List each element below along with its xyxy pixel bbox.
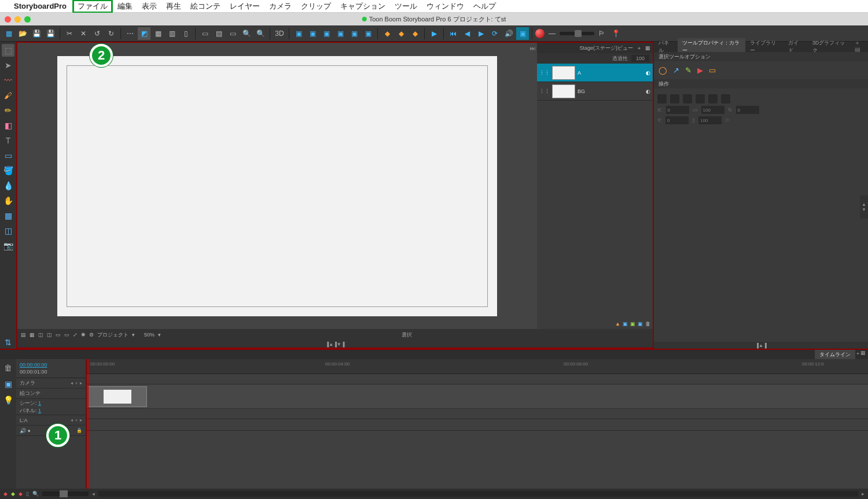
grid-tool-icon[interactable]: ▦: [2, 209, 14, 222]
camera-track[interactable]: [87, 374, 868, 385]
minimize-icon[interactable]: [14, 16, 21, 23]
arrow-opt-icon[interactable]: ↗: [673, 66, 679, 75]
camera4-button[interactable]: ▣: [334, 27, 347, 40]
fullscreen-icon[interactable]: [24, 16, 31, 23]
panel-button[interactable]: ▭: [198, 27, 211, 40]
lock-icon[interactable]: 🔒: [76, 428, 82, 433]
tl-key-icon[interactable]: ◆: [3, 491, 8, 497]
menu-caption[interactable]: キャプション: [336, 0, 390, 13]
sb-icon[interactable]: ▦: [30, 332, 35, 338]
tab-menu-icon[interactable]: ▦: [860, 350, 866, 359]
add-layer-icon[interactable]: ▲: [615, 321, 620, 328]
sb-icon[interactable]: ◫: [47, 332, 52, 338]
tl-key3-icon[interactable]: ◆: [19, 491, 23, 497]
menu-tool[interactable]: ツール: [390, 0, 422, 13]
trash-icon[interactable]: 🗑: [645, 321, 650, 328]
smooth-icon[interactable]: [721, 94, 730, 104]
text-tool-icon[interactable]: T: [2, 134, 14, 147]
traffic-lights[interactable]: [0, 14, 35, 25]
zoom-label[interactable]: 50%: [144, 332, 155, 338]
w-field[interactable]: 100: [701, 106, 724, 114]
scroll-right-icon[interactable]: ▸: [862, 491, 865, 497]
stage-view[interactable]: ⏭: [17, 43, 537, 329]
onion-button[interactable]: ◩: [138, 27, 150, 40]
redarrow-icon[interactable]: ▶: [697, 66, 703, 75]
menu-layer[interactable]: レイヤー: [225, 0, 264, 13]
save-button[interactable]: 💾: [30, 27, 43, 40]
timeline-tracks[interactable]: 00:00:00:00 00:00:04:00 00:00:08:00 00:0…: [87, 359, 868, 489]
menu-help[interactable]: ヘルプ: [469, 0, 501, 13]
zoomin-button[interactable]: 🔍: [254, 27, 267, 40]
x-field[interactable]: 0: [666, 106, 689, 114]
toggle-button[interactable]: ▣: [516, 27, 529, 40]
view-menu-icon[interactable]: ▦: [645, 45, 650, 51]
sb-icon[interactable]: ◫: [38, 332, 43, 338]
timeline-scrollbar[interactable]: [98, 491, 858, 497]
scene-button[interactable]: ▤: [212, 27, 225, 40]
loop-button[interactable]: ⟳: [488, 27, 501, 40]
prev-button[interactable]: ◀: [461, 27, 473, 40]
camera6-button[interactable]: ▣: [362, 27, 374, 40]
eraser-tool-icon[interactable]: ◧: [2, 119, 14, 132]
dots-button[interactable]: ⋯: [124, 27, 137, 40]
timeline-ruler[interactable]: 00:00:00:00 00:00:04:00 00:00:08:00 00:0…: [87, 359, 868, 374]
timecode-box[interactable]: 00:00:00:00 00:00:01:00: [16, 359, 86, 378]
layer-vis-icon[interactable]: ◐: [646, 88, 650, 94]
project-label[interactable]: プロジェクト: [97, 331, 128, 339]
brush-size-slider[interactable]: [560, 32, 594, 35]
first-button[interactable]: ⏮: [447, 27, 459, 40]
y-field[interactable]: 0: [665, 116, 689, 124]
dup-layer-icon[interactable]: ▣: [623, 321, 628, 328]
crop-tool-icon[interactable]: ◫: [2, 224, 14, 237]
brush-tool-icon[interactable]: 🖌: [2, 89, 14, 102]
dropper-tool-icon[interactable]: 💧: [2, 179, 14, 192]
arrow-tool-icon[interactable]: ➤: [2, 59, 14, 72]
tab-timeline[interactable]: タイムライン: [815, 350, 855, 359]
grid1-button[interactable]: ▦: [152, 27, 164, 40]
menu-storyboard[interactable]: 絵コンテ: [186, 0, 225, 13]
menu-window[interactable]: ウィンドウ: [422, 0, 469, 13]
tl-key2-icon[interactable]: ◆: [11, 491, 15, 497]
folder-opt-icon[interactable]: ▭: [709, 66, 716, 75]
transition-button[interactable]: ▭: [226, 27, 239, 40]
sb-icon[interactable]: ✺: [81, 332, 86, 338]
track-scene[interactable]: シーン: 1 パネル: 1: [16, 399, 86, 415]
tl-clip-icon[interactable]: ▣: [2, 378, 14, 390]
group-layer-icon[interactable]: ▣: [630, 321, 635, 328]
layer-drag-icon[interactable]: ⋮⋮: [539, 88, 550, 94]
layer-track[interactable]: [87, 409, 868, 419]
saveas-button[interactable]: 💾: [44, 27, 57, 40]
cut-button[interactable]: ✂: [63, 27, 76, 40]
flipv-icon[interactable]: [670, 94, 679, 104]
storyboard-track[interactable]: [87, 385, 868, 409]
select-tool-icon[interactable]: ⬚: [2, 44, 14, 57]
panel-divider[interactable]: ▐▲▐▼▐: [17, 341, 653, 348]
camera3-button[interactable]: ▣: [320, 27, 333, 40]
current-timecode[interactable]: 00:00:00:00: [20, 361, 82, 368]
camera1-button[interactable]: ▣: [292, 27, 305, 40]
playhead[interactable]: [88, 359, 89, 489]
layer-vis-icon[interactable]: ◐: [646, 70, 650, 76]
layer-row-a[interactable]: ⋮⋮ A ◐: [537, 64, 653, 82]
playback-button[interactable]: ▶: [475, 27, 487, 40]
open-button[interactable]: 📂: [16, 27, 29, 40]
zoomout-button[interactable]: 🔍: [240, 27, 253, 40]
menu-file[interactable]: ファイル: [72, 0, 113, 13]
tl-snap-icon[interactable]: ▯: [26, 491, 29, 497]
track-layer[interactable]: L:A ◂ ＋ ▸: [16, 415, 86, 426]
flatten-icon[interactable]: [708, 94, 718, 104]
key3-button[interactable]: ◆: [409, 27, 421, 40]
add-tab-icon[interactable]: ＋: [855, 40, 860, 46]
lasso-icon[interactable]: ◯: [659, 66, 667, 75]
grid2-button[interactable]: ▥: [165, 27, 178, 40]
record-icon[interactable]: [535, 29, 545, 38]
h-field[interactable]: 100: [698, 116, 722, 124]
sb-icon[interactable]: ⚙: [89, 332, 94, 338]
menu-view[interactable]: 表示: [137, 0, 161, 13]
slider1-button[interactable]: —: [546, 27, 558, 40]
swap-tool-icon[interactable]: ⇅: [2, 336, 14, 349]
panel-divider-right[interactable]: ▐▲▐: [654, 342, 868, 349]
rot-90-icon[interactable]: [696, 94, 705, 104]
track-camera[interactable]: カメラ ◂ ＋ ▸: [16, 378, 86, 389]
menu-play[interactable]: 再生: [161, 0, 186, 13]
